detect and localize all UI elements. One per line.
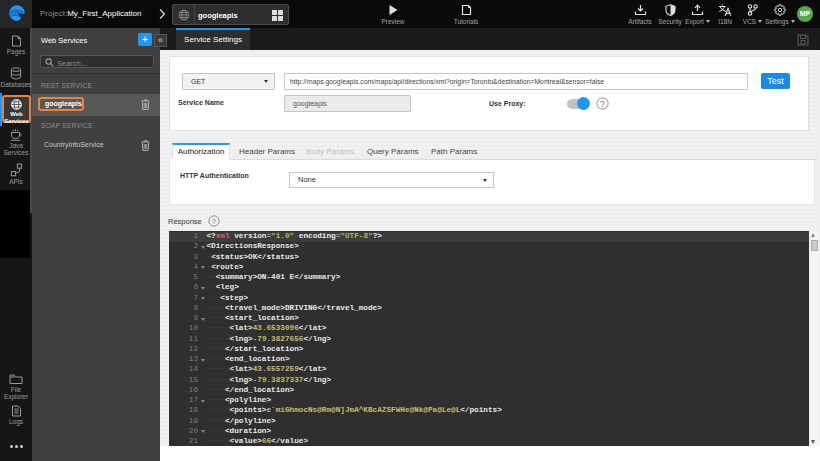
svg-text:?: ? <box>212 217 217 226</box>
svg-text:?: ? <box>600 99 605 109</box>
